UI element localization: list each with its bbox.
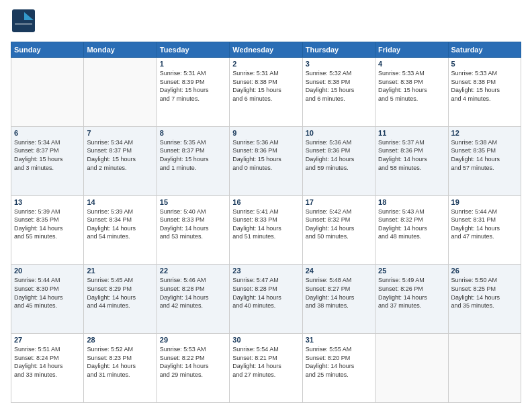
calendar-cell: 17Sunrise: 5:42 AMSunset: 8:32 PMDayligh… xyxy=(302,195,375,265)
calendar-cell xyxy=(11,58,84,127)
calendar-body: 1Sunrise: 5:31 AMSunset: 8:39 PMDaylight… xyxy=(11,58,521,403)
calendar-table: SundayMondayTuesdayWednesdayThursdayFrid… xyxy=(11,42,521,403)
day-info: Sunrise: 5:42 AMSunset: 8:32 PMDaylight:… xyxy=(306,208,372,241)
day-info: Sunrise: 5:44 AMSunset: 8:30 PMDaylight:… xyxy=(14,276,81,310)
day-info: Sunrise: 5:34 AMSunset: 8:37 PMDaylight:… xyxy=(14,138,81,172)
day-number: 23 xyxy=(232,267,299,275)
day-number: 20 xyxy=(14,267,81,275)
calendar-cell: 11Sunrise: 5:37 AMSunset: 8:36 PMDayligh… xyxy=(375,126,448,195)
calendar-cell: 20Sunrise: 5:44 AMSunset: 8:30 PMDayligh… xyxy=(11,265,84,334)
calendar-header: SundayMondayTuesdayWednesdayThursdayFrid… xyxy=(11,42,521,58)
day-info: Sunrise: 5:43 AMSunset: 8:32 PMDaylight:… xyxy=(378,208,445,241)
calendar-cell: 8Sunrise: 5:35 AMSunset: 8:37 PMDaylight… xyxy=(157,126,229,195)
day-number: 3 xyxy=(306,60,372,68)
day-info: Sunrise: 5:50 AMSunset: 8:25 PMDaylight:… xyxy=(451,276,518,310)
svg-rect-2 xyxy=(15,23,32,25)
day-number: 13 xyxy=(14,198,81,206)
day-number: 22 xyxy=(160,267,226,275)
day-info: Sunrise: 5:46 AMSunset: 8:28 PMDaylight:… xyxy=(160,276,226,310)
calendar-week-3: 13Sunrise: 5:39 AMSunset: 8:35 PMDayligh… xyxy=(11,195,521,265)
calendar-cell xyxy=(448,334,521,403)
calendar-cell: 7Sunrise: 5:34 AMSunset: 8:37 PMDaylight… xyxy=(84,126,157,195)
day-number: 19 xyxy=(451,198,518,206)
calendar-cell: 2Sunrise: 5:31 AMSunset: 8:38 PMDaylight… xyxy=(230,58,302,127)
weekday-header-thursday: Thursday xyxy=(302,42,375,58)
day-info: Sunrise: 5:51 AMSunset: 8:24 PMDaylight:… xyxy=(14,345,81,379)
day-info: Sunrise: 5:35 AMSunset: 8:37 PMDaylight:… xyxy=(160,138,226,172)
calendar-cell: 16Sunrise: 5:41 AMSunset: 8:33 PMDayligh… xyxy=(230,195,302,265)
day-number: 10 xyxy=(306,129,372,137)
day-number: 25 xyxy=(378,267,445,275)
day-number: 30 xyxy=(232,336,299,344)
day-number: 27 xyxy=(14,336,81,344)
day-number: 12 xyxy=(451,129,518,137)
calendar-week-1: 1Sunrise: 5:31 AMSunset: 8:39 PMDaylight… xyxy=(11,58,521,127)
calendar-cell: 15Sunrise: 5:40 AMSunset: 8:33 PMDayligh… xyxy=(157,195,229,265)
header xyxy=(11,8,521,36)
day-number: 26 xyxy=(451,267,518,275)
day-number: 15 xyxy=(160,198,226,206)
day-info: Sunrise: 5:37 AMSunset: 8:36 PMDaylight:… xyxy=(378,138,445,172)
calendar-cell: 22Sunrise: 5:46 AMSunset: 8:28 PMDayligh… xyxy=(157,265,229,334)
weekday-header-saturday: Saturday xyxy=(448,42,521,58)
day-info: Sunrise: 5:31 AMSunset: 8:38 PMDaylight:… xyxy=(232,69,299,103)
calendar-cell: 18Sunrise: 5:43 AMSunset: 8:32 PMDayligh… xyxy=(375,195,448,265)
day-info: Sunrise: 5:52 AMSunset: 8:23 PMDaylight:… xyxy=(87,345,153,379)
calendar-cell: 27Sunrise: 5:51 AMSunset: 8:24 PMDayligh… xyxy=(11,334,84,403)
calendar-cell: 25Sunrise: 5:49 AMSunset: 8:26 PMDayligh… xyxy=(375,265,448,334)
calendar-week-4: 20Sunrise: 5:44 AMSunset: 8:30 PMDayligh… xyxy=(11,265,521,334)
day-number: 28 xyxy=(87,336,153,344)
day-info: Sunrise: 5:34 AMSunset: 8:37 PMDaylight:… xyxy=(87,138,153,172)
day-info: Sunrise: 5:33 AMSunset: 8:38 PMDaylight:… xyxy=(378,69,445,103)
calendar-cell: 9Sunrise: 5:36 AMSunset: 8:36 PMDaylight… xyxy=(230,126,302,195)
day-info: Sunrise: 5:55 AMSunset: 8:20 PMDaylight:… xyxy=(306,345,372,379)
day-number: 8 xyxy=(160,129,226,137)
weekday-header-tuesday: Tuesday xyxy=(157,42,229,58)
day-info: Sunrise: 5:36 AMSunset: 8:36 PMDaylight:… xyxy=(306,138,372,172)
calendar-cell: 3Sunrise: 5:32 AMSunset: 8:38 PMDaylight… xyxy=(302,58,375,127)
svg-rect-0 xyxy=(12,9,35,32)
day-number: 11 xyxy=(378,129,445,137)
day-info: Sunrise: 5:38 AMSunset: 8:35 PMDaylight:… xyxy=(451,138,518,172)
logo-icon xyxy=(11,8,36,34)
weekday-header-sunday: Sunday xyxy=(11,42,84,58)
day-number: 18 xyxy=(378,198,445,206)
day-info: Sunrise: 5:41 AMSunset: 8:33 PMDaylight:… xyxy=(232,208,299,241)
day-number: 1 xyxy=(160,60,226,68)
calendar-cell: 28Sunrise: 5:52 AMSunset: 8:23 PMDayligh… xyxy=(84,334,157,403)
calendar-cell: 24Sunrise: 5:48 AMSunset: 8:27 PMDayligh… xyxy=(302,265,375,334)
calendar-cell: 5Sunrise: 5:33 AMSunset: 8:38 PMDaylight… xyxy=(448,58,521,127)
day-info: Sunrise: 5:53 AMSunset: 8:22 PMDaylight:… xyxy=(160,345,226,379)
day-number: 14 xyxy=(87,198,153,206)
calendar-cell: 21Sunrise: 5:45 AMSunset: 8:29 PMDayligh… xyxy=(84,265,157,334)
calendar-cell: 13Sunrise: 5:39 AMSunset: 8:35 PMDayligh… xyxy=(11,195,84,265)
day-number: 6 xyxy=(14,129,81,137)
day-info: Sunrise: 5:49 AMSunset: 8:26 PMDaylight:… xyxy=(378,276,445,310)
calendar-cell: 31Sunrise: 5:55 AMSunset: 8:20 PMDayligh… xyxy=(302,334,375,403)
day-number: 24 xyxy=(306,267,372,275)
day-info: Sunrise: 5:45 AMSunset: 8:29 PMDaylight:… xyxy=(87,276,153,310)
day-number: 31 xyxy=(306,336,372,344)
calendar-cell xyxy=(84,58,157,127)
calendar-cell: 1Sunrise: 5:31 AMSunset: 8:39 PMDaylight… xyxy=(157,58,229,127)
day-info: Sunrise: 5:33 AMSunset: 8:38 PMDaylight:… xyxy=(451,69,518,103)
calendar-cell: 10Sunrise: 5:36 AMSunset: 8:36 PMDayligh… xyxy=(302,126,375,195)
logo xyxy=(11,8,39,36)
calendar-cell: 6Sunrise: 5:34 AMSunset: 8:37 PMDaylight… xyxy=(11,126,84,195)
day-number: 4 xyxy=(378,60,445,68)
weekday-header-wednesday: Wednesday xyxy=(230,42,302,58)
weekday-row: SundayMondayTuesdayWednesdayThursdayFrid… xyxy=(11,42,521,58)
day-number: 9 xyxy=(232,129,299,137)
calendar-cell: 30Sunrise: 5:54 AMSunset: 8:21 PMDayligh… xyxy=(230,334,302,403)
day-info: Sunrise: 5:39 AMSunset: 8:34 PMDaylight:… xyxy=(87,208,153,241)
page: SundayMondayTuesdayWednesdayThursdayFrid… xyxy=(0,0,532,411)
day-number: 5 xyxy=(451,60,518,68)
weekday-header-friday: Friday xyxy=(375,42,448,58)
day-info: Sunrise: 5:44 AMSunset: 8:31 PMDaylight:… xyxy=(451,208,518,241)
day-info: Sunrise: 5:48 AMSunset: 8:27 PMDaylight:… xyxy=(306,276,372,310)
day-number: 7 xyxy=(87,129,153,137)
day-number: 2 xyxy=(232,60,299,68)
day-info: Sunrise: 5:47 AMSunset: 8:28 PMDaylight:… xyxy=(232,276,299,310)
weekday-header-monday: Monday xyxy=(84,42,157,58)
day-number: 17 xyxy=(306,198,372,206)
